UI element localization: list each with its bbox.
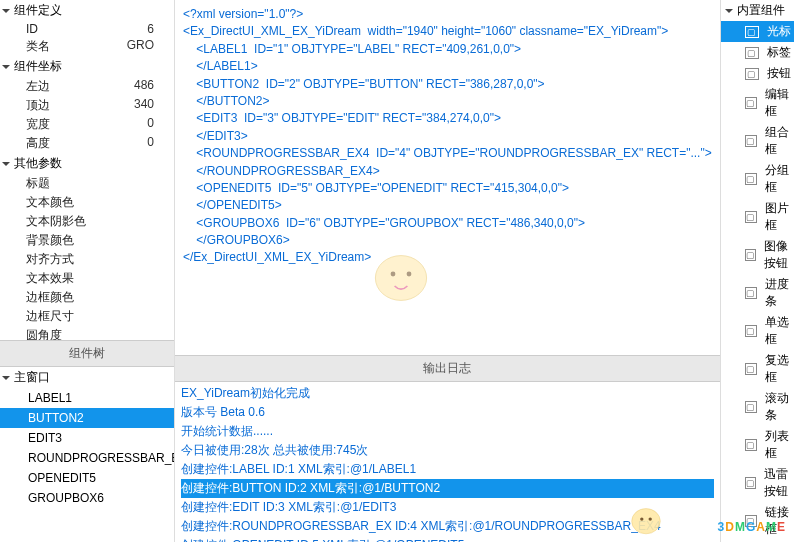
tree-item[interactable]: GROUPBOX6 <box>0 488 174 508</box>
component-icon: ▢ <box>745 47 759 59</box>
prop-row[interactable]: 文本阴影色 <box>0 212 174 231</box>
log-line[interactable]: 创建控件:BUTTON ID:2 XML索引:@1/BUTTON2 <box>181 479 714 498</box>
palette-item[interactable]: ▢复选框 <box>721 350 794 388</box>
prop-row[interactable]: 边框颜色 <box>0 288 174 307</box>
prop-row[interactable]: 左边486 <box>0 77 174 96</box>
palette-item[interactable]: ▢单选框 <box>721 312 794 350</box>
component-icon: ▢ <box>745 401 757 413</box>
log-line[interactable]: 创建控件:ROUNDPROGRESSBAR_EX ID:4 XML索引:@1/R… <box>181 517 714 536</box>
code-line: <Ex_DirectUI_XML_EX_YiDream width="1940"… <box>183 23 712 40</box>
tree-item[interactable]: OPENEDIT5 <box>0 468 174 488</box>
log-line[interactable]: 创建控件:OPENEDIT ID:5 XML索引:@1/OPENEDIT5 <box>181 536 714 542</box>
prop-row[interactable]: 边框尺寸 <box>0 307 174 326</box>
center-panel: <?xml version="1.0"?><Ex_DirectUI_XML_EX… <box>175 0 720 542</box>
code-line: <LABEL1 ID="1" OBJTYPE="LABEL" RECT="409… <box>183 41 712 58</box>
palette-item[interactable]: ▢分组框 <box>721 160 794 198</box>
palette-item[interactable]: ▢链接框 <box>721 502 794 540</box>
component-icon: ▢ <box>745 97 757 109</box>
code-line: </ROUNDPROGRESSBAR_EX4> <box>183 163 712 180</box>
tree-root[interactable]: 主窗口 <box>0 367 174 388</box>
palette-section-head[interactable]: 内置组件 <box>721 0 794 21</box>
code-line: </LABEL1> <box>183 58 712 75</box>
component-icon: ▢ <box>745 26 759 38</box>
component-icon: ▢ <box>745 135 757 147</box>
component-icon: ▢ <box>745 515 757 527</box>
code-line: </EDIT3> <box>183 128 712 145</box>
component-icon: ▢ <box>745 173 757 185</box>
component-icon: ▢ <box>745 363 757 375</box>
component-icon: ▢ <box>745 439 757 451</box>
palette-item[interactable]: ▢编辑框 <box>721 84 794 122</box>
component-icon: ▢ <box>745 477 756 489</box>
prop-row[interactable]: 顶边340 <box>0 96 174 115</box>
palette-item[interactable]: ▢标签 <box>721 42 794 63</box>
code-line: <BUTTON2 ID="2" OBJTYPE="BUTTON" RECT="3… <box>183 76 712 93</box>
prop-row[interactable]: 圆角度 <box>0 326 174 340</box>
tree-item[interactable]: ROUNDPROGRESSBAR_EX4 <box>0 448 174 468</box>
component-icon: ▢ <box>745 287 757 299</box>
output-log[interactable]: EX_YiDream初始化完成版本号 Beta 0.6开始统计数据......今… <box>175 382 720 542</box>
log-line[interactable]: EX_YiDream初始化完成 <box>181 384 714 403</box>
palette-item[interactable]: ▢进度条 <box>721 274 794 312</box>
left-panel: 组件定义ID6类名GRO组件坐标左边486顶边340宽度0高度0其他参数标题文本… <box>0 0 175 542</box>
tree-item[interactable]: BUTTON2 <box>0 408 174 428</box>
code-line: </GROUPBOX6> <box>183 232 712 249</box>
prop-row[interactable]: ID6 <box>0 21 174 37</box>
code-line: </BUTTON2> <box>183 93 712 110</box>
prop-row[interactable]: 标题 <box>0 174 174 193</box>
component-icon: ▢ <box>745 68 759 80</box>
component-icon: ▢ <box>745 211 757 223</box>
prop-row[interactable]: 背景颜色 <box>0 231 174 250</box>
prop-row[interactable]: 高度0 <box>0 134 174 153</box>
palette-item[interactable]: ▢列表框 <box>721 426 794 464</box>
prop-row[interactable]: 对齐方式 <box>0 250 174 269</box>
prop-section-head[interactable]: 组件坐标 <box>0 56 174 77</box>
palette-item[interactable]: ▢滚动条 <box>721 388 794 426</box>
code-line: <GROUPBOX6 ID="6" OBJTYPE="GROUPBOX" REC… <box>183 215 712 232</box>
code-line: <EDIT3 ID="3" OBJTYPE="EDIT" RECT="384,2… <box>183 110 712 127</box>
log-line[interactable]: 创建控件:LABEL ID:1 XML索引:@1/LABEL1 <box>181 460 714 479</box>
palette-item[interactable]: ▢图像按钮 <box>721 236 794 274</box>
log-line[interactable]: 今日被使用:28次 总共被使用:745次 <box>181 441 714 460</box>
log-line[interactable]: 创建控件:EDIT ID:3 XML索引:@1/EDIT3 <box>181 498 714 517</box>
palette-item[interactable]: ▢按钮 <box>721 63 794 84</box>
palette-item[interactable]: ▢光标 <box>721 21 794 42</box>
prop-row[interactable]: 类名GRO <box>0 37 174 56</box>
code-line: </Ex_DirectUI_XML_EX_YiDream> <box>183 249 712 266</box>
palette-item[interactable]: ▢图片框 <box>721 198 794 236</box>
code-line: </OPENEDIT5> <box>183 197 712 214</box>
component-icon: ▢ <box>745 325 757 337</box>
xml-code-view[interactable]: <?xml version="1.0"?><Ex_DirectUI_XML_EX… <box>175 0 720 355</box>
code-line: <ROUNDPROGRESSBAR_EX4 ID="4" OBJTYPE="RO… <box>183 145 712 162</box>
component-palette: 内置组件▢光标▢标签▢按钮▢编辑框▢组合框▢分组框▢图片框▢图像按钮▢进度条▢单… <box>720 0 794 542</box>
code-line: <?xml version="1.0"?> <box>183 6 712 23</box>
palette-item[interactable]: ▢迅雷按钮 <box>721 464 794 502</box>
properties-grid: 组件定义ID6类名GRO组件坐标左边486顶边340宽度0高度0其他参数标题文本… <box>0 0 174 340</box>
component-tree: 主窗口 LABEL1BUTTON2EDIT3ROUNDPROGRESSBAR_E… <box>0 367 174 542</box>
prop-row[interactable]: 文本效果 <box>0 269 174 288</box>
component-icon: ▢ <box>745 249 756 261</box>
prop-row[interactable]: 宽度0 <box>0 115 174 134</box>
tree-item[interactable]: EDIT3 <box>0 428 174 448</box>
log-header: 输出日志 <box>175 355 720 382</box>
prop-section-head[interactable]: 其他参数 <box>0 153 174 174</box>
tree-item[interactable]: LABEL1 <box>0 388 174 408</box>
tree-root-label: 主窗口 <box>14 369 50 386</box>
palette-item[interactable]: ▢组合框 <box>721 122 794 160</box>
log-line[interactable]: 版本号 Beta 0.6 <box>181 403 714 422</box>
log-line[interactable]: 开始统计数据...... <box>181 422 714 441</box>
prop-row[interactable]: 文本颜色 <box>0 193 174 212</box>
tree-header: 组件树 <box>0 340 174 367</box>
prop-section-head[interactable]: 组件定义 <box>0 0 174 21</box>
code-line: <OPENEDIT5 ID="5" OBJTYPE="OPENEDIT" REC… <box>183 180 712 197</box>
